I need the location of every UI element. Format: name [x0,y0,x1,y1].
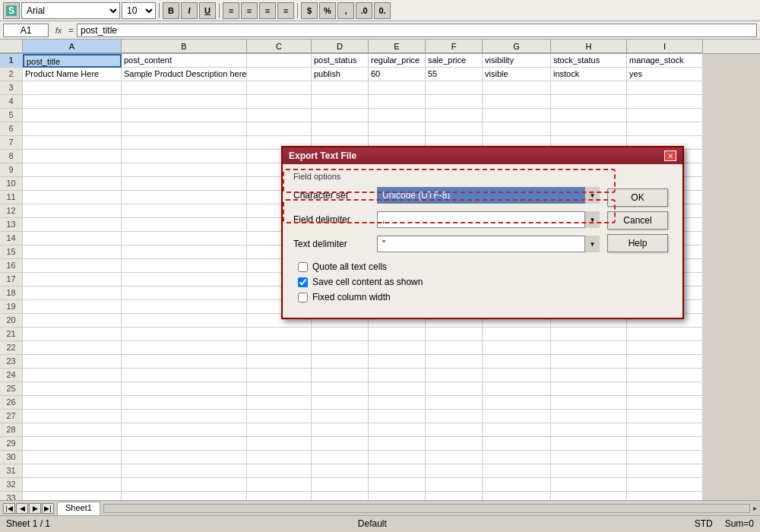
thousands-button[interactable]: , [337,2,354,19]
equals-sign: = [68,25,74,36]
scroll-indicator: ▸ [753,504,757,512]
text-delimiter-select-wrapper: " ▼ [377,236,600,252]
dialog-titlebar: Export Text File ✕ [283,147,682,164]
status-default: Default [358,518,387,529]
dialog-left-panel: Character set Unicode (UTF-8) ▼ Field de… [293,187,600,307]
field-delimiter-select-wrapper: , ▼ [377,211,600,228]
spreadsheet: A B C D E F G H I 1 post_title post_cont… [0,40,760,500]
export-text-dialog: Export Text File ✕ Field options Charact… [281,146,684,319]
align-left-button[interactable]: ≡ [223,2,239,19]
fixed-column-label: Fixed column width [312,292,391,302]
last-sheet-button[interactable]: ▶| [42,503,54,514]
dialog-body: Field options Character set Unicode (UTF… [283,164,682,318]
field-delimiter-row: Field delimiter , ▼ [293,211,600,228]
next-sheet-button[interactable]: ▶ [29,503,41,514]
formula-bar: fx = [0,21,760,40]
svg-text:S: S [8,5,14,16]
dialog-content: Character set Unicode (UTF-8) ▼ Field de… [293,187,672,307]
prev-sheet-button[interactable]: ◀ [16,503,28,514]
text-delimiter-label: Text delimiter [293,239,377,249]
function-wizard-button[interactable]: fx [52,24,65,37]
sheet-tabs-bar: |◀ ◀ ▶ ▶| Sheet1 ▸ [0,500,760,515]
text-delimiter-select[interactable]: " [377,236,600,252]
align-center-button[interactable]: ≡ [241,2,258,19]
character-set-select-wrapper: Unicode (UTF-8) ▼ [377,187,600,204]
fixed-column-checkbox[interactable] [298,293,308,302]
save-cell-checkbox-row: Save cell content as shown [293,277,600,287]
separator-1 [159,3,160,18]
status-bar: Sheet 1 / 1 Default STD Sum=0 [0,515,760,530]
save-cell-checkbox[interactable] [298,277,308,287]
first-sheet-button[interactable]: |◀ [3,503,15,514]
separator-3 [297,3,298,18]
cancel-button[interactable]: Cancel [607,211,668,230]
font-size-select[interactable]: 10 [122,2,156,19]
quote-all-checkbox-row: Quote all text cells [293,261,600,272]
sheet-navigation: |◀ ◀ ▶ ▶| [3,503,54,514]
underline-button[interactable]: U [199,2,216,19]
app-icon: S [3,2,20,19]
sum-indicator: Sum=0 [725,518,754,529]
std-indicator: STD [695,518,713,529]
currency-button[interactable]: $ [301,2,318,19]
status-right: STD Sum=0 [695,518,754,529]
sheet-info: Sheet 1 / 1 [6,518,50,529]
separator-2 [219,3,220,18]
dialog-close-button[interactable]: ✕ [664,150,676,161]
dialog-buttons: OK Cancel Help [600,187,672,307]
ok-button[interactable]: OK [607,188,668,207]
percent-button[interactable]: % [319,2,336,19]
horizontal-scrollbar[interactable] [103,504,750,513]
increase-decimal-button[interactable]: .0 [356,2,372,19]
quote-all-label: Quote all text cells [312,261,387,272]
save-cell-label: Save cell content as shown [312,277,423,287]
font-family-select[interactable]: Arial [21,2,120,19]
dialog-title: Export Text File [289,150,356,161]
character-set-label: Character set [293,190,377,201]
align-justify-button[interactable]: ≡ [277,2,294,19]
field-delimiter-label: Field delimiter [293,214,377,225]
decrease-decimal-button[interactable]: 0. [374,2,391,19]
text-delimiter-row: Text delimiter " ▼ [293,236,600,252]
cell-reference-input[interactable] [3,24,49,37]
formula-input[interactable] [77,24,757,37]
character-set-select[interactable]: Unicode (UTF-8) [377,187,600,204]
character-set-row: Character set Unicode (UTF-8) ▼ [293,187,600,204]
field-options-label: Field options [293,172,672,181]
sheet-tab-1[interactable]: Sheet1 [57,502,100,515]
toolbar: S Arial 10 B I U ≡ ≡ ≡ ≡ $ % , .0 0. [0,0,760,21]
bold-button[interactable]: B [163,2,179,19]
align-right-button[interactable]: ≡ [259,2,276,19]
field-delimiter-select[interactable]: , [377,211,600,228]
italic-button[interactable]: I [181,2,198,19]
quote-all-checkbox[interactable] [298,262,308,272]
help-button[interactable]: Help [607,234,668,252]
fixed-column-checkbox-row: Fixed column width [293,292,600,302]
dialog-overlay: Export Text File ✕ Field options Charact… [0,40,760,500]
